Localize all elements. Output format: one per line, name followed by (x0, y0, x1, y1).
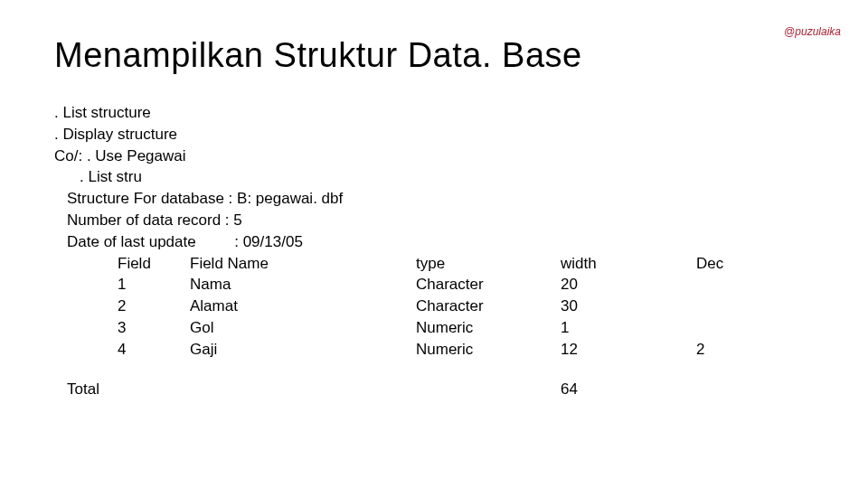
cmd-display-structure: . Display structure (54, 124, 814, 145)
cmd-list-stru: . List stru (54, 166, 814, 188)
header-field: Field (54, 253, 190, 275)
cell-width: 20 (561, 274, 696, 296)
cell-dec (696, 317, 787, 339)
table-row: 3 Gol Numeric 1 (54, 317, 814, 339)
total-label: Total (54, 379, 561, 400)
cell-type: Character (416, 296, 561, 317)
header-fieldname: Field Name (190, 253, 416, 275)
cell-num: 1 (54, 274, 190, 296)
cell-num: 3 (54, 317, 190, 339)
cell-name: Gaji (190, 339, 416, 361)
cell-num: 4 (54, 339, 190, 361)
total-value: 64 (561, 379, 696, 400)
header-type: type (416, 253, 561, 275)
cell-num: 2 (54, 296, 190, 317)
cell-width: 12 (561, 339, 696, 361)
table-row: 1 Nama Character 20 (54, 274, 814, 296)
header-dec: Dec (696, 253, 787, 275)
cell-dec (696, 274, 787, 296)
content-block: . List structure . Display structure Co/… (54, 102, 814, 399)
cell-width: 1 (561, 317, 696, 339)
table-header-row: Field Field Name type width Dec (54, 253, 814, 275)
cell-name: Nama (190, 274, 416, 296)
cmd-list-structure: . List structure (54, 102, 814, 124)
cell-type: Character (416, 274, 561, 296)
watermark: @puzulaika (784, 25, 841, 38)
cell-name: Gol (190, 317, 416, 339)
cell-width: 30 (561, 296, 696, 317)
header-width: width (561, 253, 696, 275)
cell-type: Numeric (416, 339, 561, 361)
cmd-use-pegawai: Co/: . Use Pegawai (54, 145, 814, 167)
record-count-line: Number of data record : 5 (54, 210, 814, 231)
page-title: Menampilkan Struktur Data. Base (54, 36, 814, 75)
total-row: Total 64 (54, 379, 814, 400)
structure-for: Structure For database : B: pegawai. dbf (54, 188, 814, 210)
cell-type: Numeric (416, 317, 561, 339)
cell-dec (696, 296, 787, 317)
table-row: 2 Alamat Character 30 (54, 296, 814, 317)
table-row: 4 Gaji Numeric 12 2 (54, 339, 814, 361)
last-update-line: Date of last update : 09/13/05 (54, 231, 814, 253)
cell-name: Alamat (190, 296, 416, 317)
cell-dec: 2 (696, 339, 787, 361)
